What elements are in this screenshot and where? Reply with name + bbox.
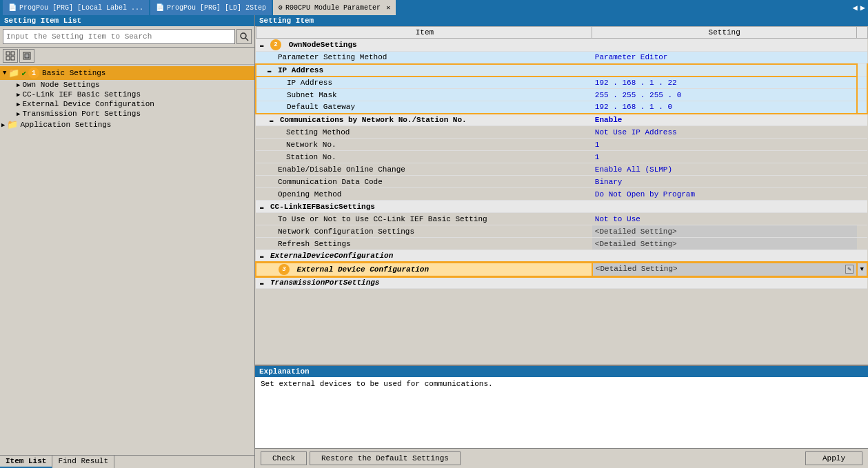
item-setting-method: Setting Method	[256, 126, 592, 139]
tree-item-own-node[interactable]: ▶ Own Node Settings	[0, 80, 254, 90]
setting-subnet-mask: 255 . 255 . 255 . 0	[592, 89, 857, 101]
expand-external-icon[interactable]: ▶	[17, 101, 20, 108]
row-refresh-settings[interactable]: Refresh Settings <Detailed Setting>	[256, 238, 867, 250]
row-online-change[interactable]: Enable/Disable Online Change Enable All …	[256, 163, 867, 176]
tab-icon-1: 📄	[8, 3, 17, 12]
tab-icon-3: ⚙	[279, 3, 283, 12]
section-label-cclink: CC-LinkIEFBasicSettings	[270, 203, 375, 211]
item-network-config: Network Configuration Settings	[256, 225, 592, 238]
tab-icon-2: 📄	[156, 3, 164, 12]
search-button[interactable]	[236, 29, 252, 44]
section-external-device[interactable]: ▬ ExternalDeviceConfiguration	[256, 250, 867, 263]
setting-ip-address: 192 . 168 . 1 . 22	[592, 77, 857, 89]
bottom-tabs: Item List Find Result	[0, 455, 254, 468]
title-bar: 📄 ProgPou [PRG] [Local Label ... 📄 ProgP…	[0, 0, 868, 15]
row-data-code[interactable]: Communication Data Code Binary	[256, 176, 867, 188]
folder-app-icon: 📁	[7, 119, 18, 130]
setting-setting-method: Not Use IP Address	[592, 126, 857, 139]
explanation-panel: Explanation Set external devices to be u…	[255, 365, 868, 448]
expand-all-button[interactable]	[3, 49, 18, 63]
folder-icon: 📁	[8, 68, 19, 79]
setting-online-change: Enable All (SLMP)	[592, 163, 857, 176]
tree-label-own: Own Node Settings	[22, 81, 99, 89]
close-icon[interactable]: ✕	[386, 3, 390, 12]
tree-item-application[interactable]: ▶ 📁 Application Settings	[0, 119, 254, 131]
tab-label-3: R00CPU Module Parameter	[285, 4, 381, 12]
setting-external-device-config: <Detailed Setting> ✎	[592, 263, 857, 276]
item-external-device-config: 3 External Device Configuration	[256, 263, 592, 276]
tab-r00cpu[interactable]: ⚙ R00CPU Module Parameter ✕	[273, 0, 396, 15]
expand-own-node-icon[interactable]: ▬	[260, 42, 263, 49]
tab-item-list[interactable]: Item List	[0, 456, 52, 468]
expand-transmission-icon[interactable]: ▶	[17, 110, 20, 118]
row-external-device-config[interactable]: 3 External Device Configuration <Detaile…	[256, 263, 867, 276]
collapse-all-button[interactable]	[19, 49, 34, 63]
expand-basic-icon[interactable]: ▼	[3, 70, 6, 77]
right-panel-header: Setting Item	[255, 15, 868, 26]
col-header-scroll	[857, 27, 867, 39]
section-label-ip: IP Address	[278, 66, 323, 74]
main-container: Setting Item List	[0, 15, 868, 468]
row-param-setting-method[interactable]: Parameter Setting Method Parameter Edito…	[256, 52, 867, 64]
tab-label-1: ProgPou [PRG] [Local Label ...	[19, 4, 143, 12]
section-own-node-settings[interactable]: ▬ 2 OwnNodeSettings	[256, 39, 867, 52]
nav-controls: ◀ ▶	[853, 3, 865, 13]
svg-point-0	[241, 33, 246, 39]
expand-cclink-table-icon[interactable]: ▬	[260, 204, 263, 211]
badge-3: 3	[279, 264, 290, 275]
apply-button[interactable]: Apply	[805, 451, 862, 465]
left-panel-header: Setting Item List	[0, 15, 254, 26]
expand-ip-icon[interactable]: ▬	[268, 68, 271, 74]
svg-line-1	[245, 38, 248, 41]
expand-transmission-table-icon[interactable]: ▬	[260, 280, 263, 287]
item-network-no: Network No.	[256, 139, 592, 151]
section-ip-address[interactable]: ▬ IP Address	[256, 64, 867, 77]
nav-prev-icon[interactable]: ◀	[853, 3, 858, 13]
row-ip-address[interactable]: IP Address 192 . 168 . 1 . 22	[256, 77, 867, 89]
expand-comms-icon[interactable]: ▬	[270, 117, 273, 124]
row-default-gw[interactable]: Default Gateway 192 . 168 . 1 . 0	[256, 101, 867, 114]
row-network-config[interactable]: Network Configuration Settings <Detailed…	[256, 225, 867, 238]
tree-label-cclink: CC-Link IEF Basic Settings	[22, 90, 141, 99]
tab-bar: 📄 ProgPou [PRG] [Local Label ... 📄 ProgP…	[3, 0, 396, 15]
action-buttons: Check Restore the Default Settings	[261, 451, 461, 465]
setting-comms-network: Enable	[592, 114, 857, 126]
setting-default-gw: 192 . 168 . 1 . 0	[592, 101, 857, 114]
edit-icon[interactable]: ✎	[845, 265, 853, 274]
row-network-no[interactable]: Network No. 1	[256, 139, 867, 151]
svg-rect-3	[11, 52, 14, 55]
tree-item-transmission[interactable]: ▶ Transmission Port Settings	[0, 109, 254, 119]
tab-find-result[interactable]: Find Result	[52, 456, 114, 468]
toolbar	[0, 48, 254, 65]
setting-station-no: 1	[592, 151, 857, 163]
tab-progpou-local[interactable]: 📄 ProgPou [PRG] [Local Label ...	[3, 0, 149, 15]
item-data-code: Communication Data Code	[256, 176, 592, 188]
tab-progpou-ld[interactable]: 📄 ProgPou [PRG] [LD] 2Step	[150, 0, 272, 15]
row-station-no[interactable]: Station No. 1	[256, 151, 867, 163]
section-comms-network[interactable]: ▬ Communications by Network No./Station …	[256, 114, 867, 126]
section-cclink[interactable]: ▬ CC-LinkIEFBasicSettings	[256, 201, 867, 213]
tree-item-external[interactable]: ▶ External Device Configuration	[0, 99, 254, 109]
tree-item-cclink[interactable]: ▶ CC-Link IEF Basic Settings	[0, 90, 254, 99]
svg-rect-2	[6, 52, 10, 55]
expand-own-icon[interactable]: ▶	[17, 81, 20, 89]
section-transmission[interactable]: ▬ TransmissionPortSettings	[256, 276, 867, 289]
row-opening-method[interactable]: Opening Method Do Not Open by Program	[256, 188, 867, 201]
check-button[interactable]: Check	[261, 451, 307, 465]
tree-label-basic: Basic Settings	[42, 69, 105, 77]
section-label-external: ExternalDeviceConfiguration	[270, 252, 393, 260]
restore-button[interactable]: Restore the Default Settings	[310, 451, 461, 465]
nav-next-icon[interactable]: ▶	[860, 3, 865, 13]
row-setting-method[interactable]: Setting Method Not Use IP Address	[256, 126, 867, 139]
setting-network-config: <Detailed Setting>	[592, 225, 857, 238]
expand-application-icon[interactable]: ▶	[1, 121, 5, 129]
expand-cclink-icon[interactable]: ▶	[17, 91, 20, 99]
expand-external-table-icon[interactable]: ▬	[260, 253, 263, 260]
row-cclink-use[interactable]: To Use or Not to Use CC-Link IEF Basic S…	[256, 213, 867, 225]
svg-rect-7	[25, 54, 29, 58]
item-online-change: Enable/Disable Online Change	[256, 163, 592, 176]
item-comms-network-label: ▬ Communications by Network No./Station …	[256, 114, 592, 126]
row-subnet-mask[interactable]: Subnet Mask 255 . 255 . 255 . 0	[256, 89, 867, 101]
search-input[interactable]	[3, 29, 235, 44]
tree-item-basic[interactable]: ▼ 📁 ✔ 1 Basic Settings	[0, 66, 254, 80]
